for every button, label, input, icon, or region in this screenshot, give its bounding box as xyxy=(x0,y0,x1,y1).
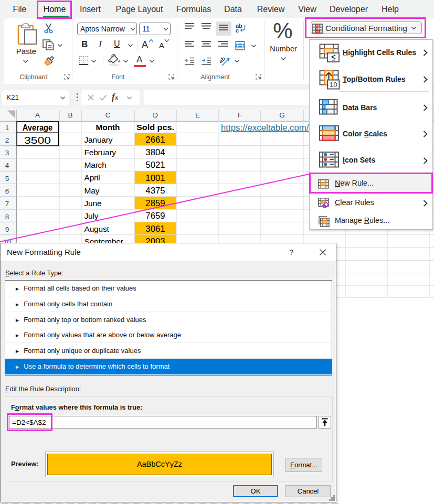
svg-text:c: c xyxy=(236,27,239,33)
svg-text:3500: 3500 xyxy=(24,135,51,146)
svg-text:ab: ab xyxy=(220,56,227,65)
svg-text:5: 5 xyxy=(5,175,9,183)
svg-text:D: D xyxy=(153,111,158,119)
svg-text:8: 8 xyxy=(5,213,9,221)
svg-text:Sold pcs.: Sold pcs. xyxy=(136,123,174,132)
svg-text:3804: 3804 xyxy=(145,147,165,157)
svg-text:Average: Average xyxy=(23,123,53,132)
svg-text:June: June xyxy=(84,199,102,208)
svg-text:2: 2 xyxy=(5,136,9,144)
svg-text:Month: Month xyxy=(96,123,120,132)
svg-text:A: A xyxy=(35,111,40,119)
svg-text:May: May xyxy=(84,186,100,195)
svg-text:3: 3 xyxy=(5,149,9,157)
svg-text:7659: 7659 xyxy=(145,211,165,220)
svg-text:https://exceltable.com/: https://exceltable.com/ xyxy=(221,123,309,132)
svg-text:July: July xyxy=(84,211,99,220)
svg-text:7: 7 xyxy=(5,200,9,208)
svg-text:January: January xyxy=(84,135,113,144)
svg-text:4375: 4375 xyxy=(145,186,165,195)
svg-text:1001: 1001 xyxy=(145,173,165,183)
svg-text:F: F xyxy=(238,111,242,119)
svg-text:February: February xyxy=(84,148,117,157)
svg-text:6: 6 xyxy=(5,187,9,195)
svg-text:C: C xyxy=(105,111,111,119)
svg-text:March: March xyxy=(84,160,107,169)
svg-text:9: 9 xyxy=(5,226,9,233)
svg-text:10: 10 xyxy=(330,81,337,89)
svg-text:2661: 2661 xyxy=(145,135,165,144)
svg-text:1: 1 xyxy=(5,124,9,132)
svg-text:E: E xyxy=(195,111,200,119)
svg-text:4: 4 xyxy=(5,162,9,169)
svg-text:2859: 2859 xyxy=(145,198,165,208)
svg-text:G: G xyxy=(279,111,285,119)
svg-text:5021: 5021 xyxy=(145,160,165,169)
svg-text:April: April xyxy=(84,173,100,182)
svg-text:B: B xyxy=(68,111,72,119)
svg-text:3061: 3061 xyxy=(145,224,165,233)
svg-text:August: August xyxy=(84,224,110,233)
